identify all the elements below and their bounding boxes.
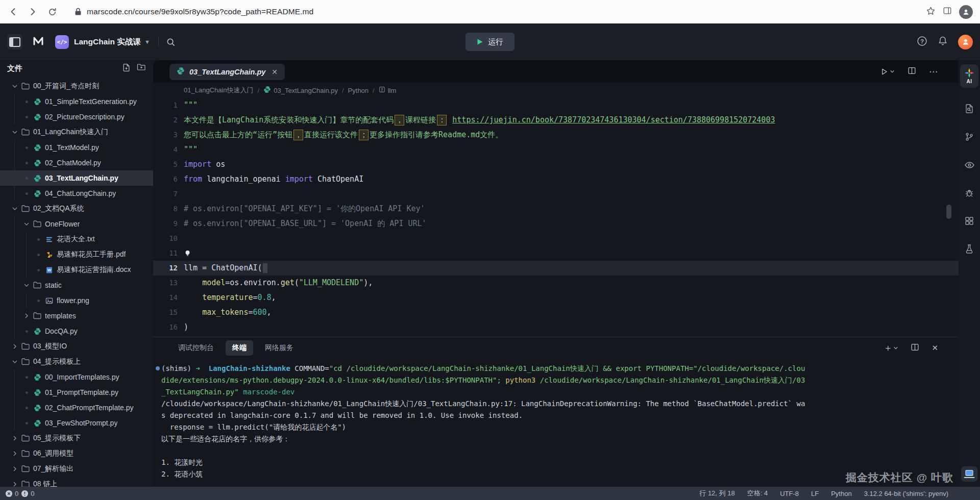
remote-laptop-icon[interactable] <box>961 466 977 482</box>
tree-item[interactable]: 08 链上 <box>0 477 153 487</box>
close-panel-icon[interactable]: ✕ <box>932 343 938 353</box>
editor-tab-03-textlangchain[interactable]: 03_TextLangChain.py ✕ <box>169 64 285 80</box>
more-actions-icon[interactable]: ⋯ <box>929 66 938 77</box>
new-folder-icon[interactable] <box>137 63 146 73</box>
tree-item[interactable]: 02_ChatPromptTemplate.py <box>0 400 153 415</box>
code-line[interactable]: 15 max_tokens=600, <box>153 305 959 320</box>
tree-item[interactable]: 00_ImportTemplates.py <box>0 369 153 385</box>
code-link[interactable]: https://juejin.cn/book/73877023474361303… <box>452 113 775 128</box>
side-panel-icon[interactable] <box>943 6 952 17</box>
tree-item[interactable]: 01_PromptTemplate.py <box>0 385 153 400</box>
tree-item[interactable]: 07_解析输出 <box>0 461 153 477</box>
sidebar-toggle-button[interactable] <box>7 34 22 49</box>
code-line[interactable]: 1""" <box>153 98 959 113</box>
statusbar-item[interactable]: LF <box>811 490 819 497</box>
tree-item[interactable]: 00_开篇词_奇点时刻 <box>0 79 153 94</box>
marscode-logo[interactable] <box>32 35 45 49</box>
code-line[interactable]: 10 <box>153 231 959 246</box>
code-editor[interactable]: 1"""2本文件是【LangChain系统安装和快速入门】章节的配套代码，课程链… <box>153 98 959 337</box>
code-line[interactable]: 2本文件是【LangChain系统安装和快速入门】章节的配套代码，课程链接： h… <box>153 113 959 128</box>
tree-item[interactable]: 03_模型IO <box>0 339 153 354</box>
statusbar-item[interactable]: UTF-8 <box>780 490 799 497</box>
code-line[interactable]: 9# os.environ["OPENAI_BASE_URL"] = 'Open… <box>153 216 959 231</box>
split-editor-icon[interactable] <box>908 66 916 77</box>
tree-item[interactable]: 花语大全.txt <box>0 232 153 247</box>
tree-item[interactable]: OneFlower <box>0 216 153 232</box>
tree-item[interactable]: static <box>0 278 153 293</box>
chevron-down-icon[interactable]: ▼ <box>144 39 150 45</box>
tree-item[interactable]: 01_TextModel.py <box>0 140 153 155</box>
preview-eye-icon[interactable] <box>962 158 976 172</box>
course-app-icon[interactable]: </> <box>55 35 69 49</box>
lightbulb-icon[interactable] <box>184 249 191 257</box>
workspace-title[interactable]: LangChain 实战课 <box>74 37 141 47</box>
code-line[interactable]: 11 <box>153 246 959 261</box>
panel-tab[interactable]: 调试控制台 <box>172 340 220 356</box>
tree-item[interactable]: 易速鲜花员工手册.pdf <box>0 247 153 262</box>
breadcrumb-item[interactable]: Python <box>348 87 369 94</box>
panel-tab[interactable]: 终端 <box>226 340 253 356</box>
tree-item[interactable]: flower.png <box>0 293 153 308</box>
file-dot-icon <box>22 330 31 333</box>
statusbar-item[interactable]: 行 12, 列 18 <box>699 489 734 498</box>
search-button[interactable] <box>166 37 176 47</box>
tree-item[interactable]: 02_ChatModel.py <box>0 155 153 170</box>
source-control-icon[interactable] <box>962 130 976 144</box>
tree-item[interactable]: W易速鲜花运营指南.docx <box>0 262 153 278</box>
breadcrumb-item[interactable]: 01_LangChain快速入门 <box>184 86 254 95</box>
extensions-grid-icon[interactable] <box>962 214 976 228</box>
debug-bug-icon[interactable] <box>962 186 976 200</box>
code-line[interactable]: 13 model=os.environ.get("LLM_MODELEND"), <box>153 276 959 290</box>
notifications-bell-icon[interactable] <box>938 36 948 48</box>
user-avatar[interactable] <box>958 35 973 49</box>
run-file-button[interactable] <box>880 68 895 76</box>
breadcrumb-item[interactable]: llm <box>379 86 397 94</box>
editor-scrollbar-thumb[interactable] <box>946 205 951 219</box>
browser-forward-button[interactable] <box>24 4 41 20</box>
code-line[interactable]: 6from langchain_openai import ChatOpenAI <box>153 172 959 187</box>
terminal-output[interactable]: (shims) ➜ LangChain-shizhanke COMMAND="c… <box>153 359 959 487</box>
breadcrumb-item[interactable]: 03_TextLangChain.py <box>263 86 338 95</box>
statusbar-item[interactable]: Python <box>831 490 851 497</box>
statusbar-item[interactable]: 空格: 4 <box>747 489 768 498</box>
tree-item[interactable]: 01_LangChain快速入门 <box>0 124 153 140</box>
ai-assistant-button[interactable]: AI <box>960 64 978 88</box>
code-line[interactable]: 3您可以点击最上方的“运行”按钮，直接运行该文件；更多操作指引请参考Readme… <box>153 128 959 142</box>
code-line[interactable]: 12llm = ChatOpenAI( <box>153 261 959 276</box>
tree-item[interactable]: 02_文档QA系统 <box>0 201 153 216</box>
code-line[interactable]: 7 <box>153 187 959 202</box>
tree-item[interactable]: 02_PictureDescription.py <box>0 109 153 124</box>
tree-item[interactable]: 05_提示模板下 <box>0 431 153 446</box>
warnings-status[interactable]: 0 <box>21 490 34 497</box>
code-line[interactable]: 4""" <box>153 142 959 157</box>
tree-item[interactable]: 04_提示模板上 <box>0 354 153 369</box>
tree-item[interactable]: templates <box>0 308 153 323</box>
address-bar-url[interactable]: marscode.cn/course/9e9xol5r8yw35p?code_p… <box>87 7 313 16</box>
run-button[interactable]: 运行 <box>465 33 514 51</box>
browser-profile-avatar[interactable] <box>959 5 973 19</box>
code-line[interactable]: 16) <box>153 320 959 335</box>
help-icon[interactable]: ? <box>917 36 927 48</box>
code-line[interactable]: 8# os.environ["OPENAI_API_KEY"] = '你的Ope… <box>153 202 959 216</box>
statusbar-item[interactable]: 3.12.2 64-bit ('shims': pyenv) <box>864 490 948 497</box>
tree-item[interactable]: 04_ChatLongChain.py <box>0 186 153 201</box>
tree-item[interactable]: 03_FewShotPrompt.py <box>0 415 153 431</box>
panel-tab[interactable]: 网络服务 <box>258 340 300 356</box>
code-line[interactable]: 14 temperature=0.8, <box>153 290 959 305</box>
tab-close-icon[interactable]: ✕ <box>272 68 278 76</box>
browser-back-button[interactable] <box>5 4 21 20</box>
errors-status[interactable]: 0 <box>5 490 18 497</box>
tree-item[interactable]: 06_调用模型 <box>0 446 153 461</box>
bookmark-star-icon[interactable] <box>926 6 936 18</box>
tree-item[interactable]: DocQA.py <box>0 323 153 339</box>
split-terminal-icon[interactable] <box>911 343 919 354</box>
tree-item[interactable]: 01_SimpleTextGeneration.py <box>0 94 153 109</box>
new-file-icon[interactable] <box>122 63 131 74</box>
lock-icon[interactable] <box>75 8 82 16</box>
tree-item[interactable]: 03_TextLangChain.py <box>0 170 153 186</box>
file-search-icon[interactable] <box>962 102 976 116</box>
code-line[interactable]: 5import os <box>153 157 959 172</box>
browser-reload-button[interactable] <box>44 4 60 20</box>
test-flask-icon[interactable] <box>962 242 976 256</box>
new-terminal-button[interactable]: ＋ <box>883 342 898 354</box>
